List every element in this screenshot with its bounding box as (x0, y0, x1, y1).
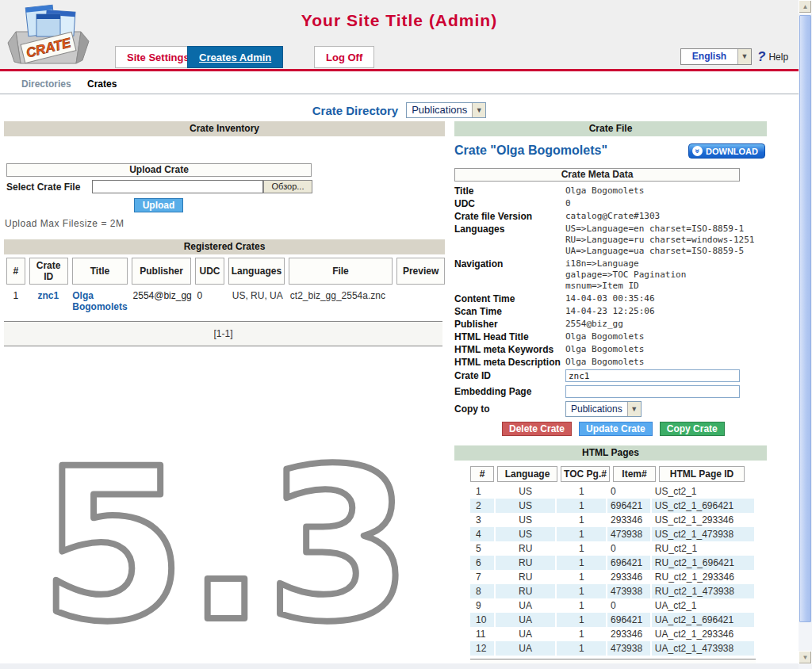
crate-id-link[interactable]: znc1 (29, 289, 67, 302)
html-page-cell: 1 (557, 613, 606, 627)
html-page-cell: US (496, 513, 556, 527)
registered-crates-column-header: UDC (195, 258, 224, 285)
html-page-cell: 0 (607, 484, 650, 499)
meta-label: Navigation (454, 258, 565, 292)
html-page-cell: 1 (557, 513, 606, 527)
update-crate-button[interactable]: Update Crate (579, 422, 653, 436)
meta-label: Content Time (454, 293, 565, 304)
crate-meta-data-title: Crate Meta Data (454, 168, 740, 182)
meta-label: UDC (454, 198, 565, 209)
html-page-cell: US (496, 527, 556, 541)
copy-to-select[interactable]: Publications ▼ (565, 401, 642, 417)
registered-crates-body: 1znc1Olga Bogomolets2554@biz_gg0US, RU, … (4, 289, 445, 313)
html-page-cell: 473938 (607, 527, 650, 541)
browse-button[interactable]: Обзор... (263, 180, 312, 193)
nav-tab-directories[interactable]: Directories (21, 78, 71, 90)
table-row: 4US1473938US_ct2_1_473938 (470, 527, 756, 541)
meta-label: Crate file Version (454, 211, 565, 222)
meta-label: HTML Head Title (454, 331, 565, 342)
crate-title-link[interactable]: Olga Bogomolets (71, 289, 128, 313)
html-page-cell: 1 (557, 541, 606, 556)
html-page-cell: UA_ct2_1 (652, 598, 754, 613)
html-page-cell: RU (496, 556, 556, 570)
languages-cell: US, RU, UA (230, 289, 285, 302)
copy-crate-button[interactable]: Copy Crate (660, 422, 725, 436)
html-page-cell: 1 (557, 527, 606, 541)
meta-row: Navigationi18n=>Language galpage=>TOC Pa… (454, 258, 767, 292)
html-pages-table: #LanguageTOC Pg.#Item#HTML Page ID 1US10… (470, 466, 756, 656)
html-page-cell: RU_ct2_1_696421 (652, 556, 754, 570)
chevron-down-icon[interactable]: ▼ (627, 402, 641, 416)
html-page-cell: 293346 (607, 513, 650, 527)
header: CRATE Your Site Title (Admin) Site Setti… (0, 0, 799, 71)
table-row: 9UA10UA_ct2_1 (470, 598, 756, 613)
delete-crate-button[interactable]: Delete Crate (502, 422, 572, 436)
html-page-cell: 1 (557, 641, 606, 656)
scroll-up-icon[interactable]: ▲ (799, 0, 812, 13)
html-pages-header-row: #LanguageTOC Pg.#Item#HTML Page ID (470, 466, 756, 482)
meta-row: HTML Head TitleOlga Bogomolets (454, 331, 767, 342)
preview-cell (397, 289, 445, 291)
language-select[interactable]: English ▼ (680, 48, 752, 65)
crate-directory-select[interactable]: Publications ▼ (406, 102, 486, 118)
html-page-cell: 11 (470, 627, 494, 641)
meta-value: Olga Bogomolets (565, 344, 644, 355)
html-page-cell: 1 (470, 484, 494, 499)
html-pages-column-header: Item# (613, 466, 656, 482)
html-page-cell: UA_ct2_1_293346 (652, 627, 754, 641)
html-page-cell: 1 (557, 484, 606, 499)
html-page-cell: 7 (470, 570, 494, 584)
meta-value: US=>Language=en charset=ISO-8859-1 RU=>L… (565, 224, 754, 257)
meta-value: 14-04-23 12:25:06 (565, 306, 655, 317)
registered-crates-pagination[interactable]: [1-1] (4, 321, 442, 346)
html-page-cell: RU (496, 584, 556, 598)
meta-label: Scan Time (454, 306, 565, 317)
html-page-cell: US (496, 484, 556, 499)
download-button[interactable]: » DOWNLOAD (688, 143, 765, 159)
meta-value: i18n=>Language galpage=>TOC Pagination m… (565, 258, 686, 292)
crate-id-input[interactable] (565, 369, 740, 382)
chevron-down-icon[interactable]: ▼ (737, 49, 751, 64)
help-link[interactable]: ? Help (757, 49, 788, 65)
upload-button[interactable]: Upload (134, 198, 184, 212)
vertical-scrollbar[interactable]: ▲ ▼ (799, 0, 812, 669)
log-off-button[interactable]: Log Off (314, 46, 374, 68)
creates-admin-button[interactable]: Creates Admin (187, 46, 283, 68)
meta-label: HTML meta Keywords (454, 344, 565, 355)
table-row: 10UA1696421UA_ct2_1_696421 (470, 613, 756, 627)
meta-label: Publisher (454, 319, 565, 330)
html-page-cell: 2 (470, 499, 494, 513)
html-page-cell: 5 (470, 541, 494, 556)
html-pages-title: HTML Pages (454, 445, 767, 461)
embedding-page-input[interactable] (565, 385, 740, 398)
crate-file-input[interactable] (92, 180, 263, 193)
html-page-cell: RU_ct2_1_293346 (652, 570, 754, 584)
html-page-cell: RU (496, 541, 556, 556)
copy-to-selected-value: Publications (566, 402, 627, 416)
html-page-cell: US_ct2_1_696421 (652, 499, 754, 513)
nav-tab-crates[interactable]: Crates (87, 78, 117, 90)
html-pages-body: 1US10US_ct2_12US1696421US_ct2_1_6964213U… (470, 484, 756, 656)
meta-value: 14-04-03 00:35:46 (565, 293, 655, 304)
scrollbar-thumb[interactable] (799, 15, 811, 622)
publisher-cell: 2554@biz_gg (132, 289, 193, 302)
file-cell: ct2_biz_gg_2554a.znc (289, 289, 393, 302)
html-page-cell: 8 (470, 584, 494, 598)
meta-value: 0 (565, 198, 571, 209)
html-page-cell: 1 (557, 584, 606, 598)
html-page-cell: US_ct2_1 (652, 484, 754, 499)
html-page-cell: 12 (470, 641, 494, 656)
table-row: 1znc1Olga Bogomolets2554@biz_gg0US, RU, … (6, 289, 445, 313)
html-page-cell: 1 (557, 570, 606, 584)
html-page-cell: 293346 (607, 627, 650, 641)
html-page-cell: 1 (557, 598, 606, 613)
meta-row: HTML meta KeywordsOlga Bogomolets (454, 344, 767, 355)
html-pages-column-header: TOC Pg.# (561, 466, 610, 482)
html-page-cell: RU_ct2_1 (652, 541, 754, 556)
html-page-cell: UA_ct2_1_473938 (652, 641, 754, 656)
chevron-down-icon[interactable]: ▼ (472, 103, 485, 117)
scroll-down-icon[interactable]: ▼ (799, 651, 812, 664)
html-page-cell: 1 (557, 556, 606, 570)
crate-directory-bar: Crate Directory Publications ▼ (0, 100, 799, 120)
meta-label: Title (454, 185, 565, 197)
